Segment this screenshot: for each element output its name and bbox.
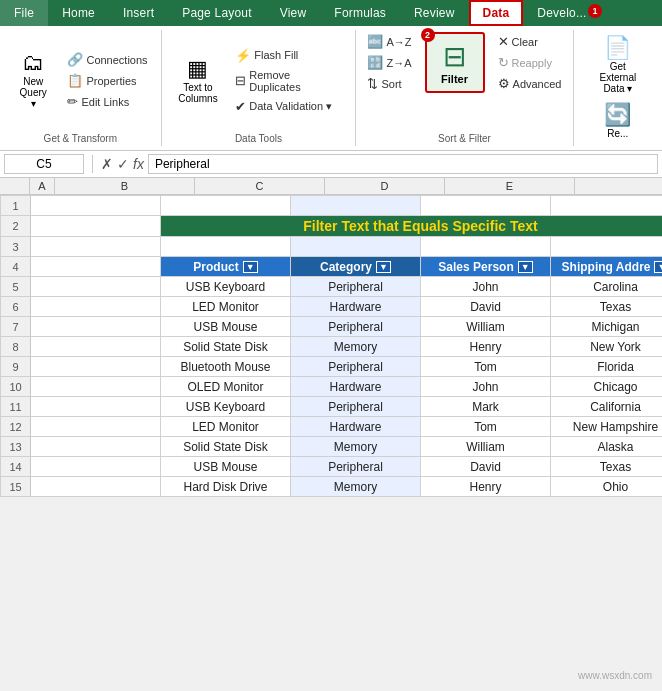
confirm-formula-icon[interactable]: ✓	[117, 156, 129, 172]
flash-fill-button[interactable]: ⚡ Flash Fill	[230, 46, 347, 65]
formula-input[interactable]	[148, 154, 658, 174]
cell-shipping-14[interactable]: Texas	[551, 457, 663, 477]
cell-a6[interactable]	[31, 297, 161, 317]
cell-category-9[interactable]: Peripheral	[291, 357, 421, 377]
cell-a14[interactable]	[31, 457, 161, 477]
cell-shipping-11[interactable]: California	[551, 397, 663, 417]
refresh-button[interactable]: 🔄 Re...	[593, 99, 643, 144]
cell-c1[interactable]	[291, 196, 421, 216]
cell-product-12[interactable]: LED Monitor	[161, 417, 291, 437]
cell-product-11[interactable]: USB Keyboard	[161, 397, 291, 417]
cell-sales-10[interactable]: John	[421, 377, 551, 397]
cell-a13[interactable]	[31, 437, 161, 457]
cell-a3[interactable]	[31, 237, 161, 257]
cell-b1[interactable]	[161, 196, 291, 216]
tab-data[interactable]: Data	[469, 0, 524, 26]
cell-a10[interactable]	[31, 377, 161, 397]
cell-a9[interactable]	[31, 357, 161, 377]
cell-e1[interactable]	[551, 196, 663, 216]
cell-category-6[interactable]: Hardware	[291, 297, 421, 317]
filter-button[interactable]: 2 ⊟ Filter	[425, 32, 485, 93]
cell-a11[interactable]	[31, 397, 161, 417]
cell-category-8[interactable]: Memory	[291, 337, 421, 357]
header-product[interactable]: Product ▼	[161, 257, 291, 277]
edit-links-button[interactable]: ✏ Edit Links	[62, 92, 152, 111]
tab-review[interactable]: Review	[400, 0, 469, 26]
cell-sales-12[interactable]: Tom	[421, 417, 551, 437]
cell-shipping-6[interactable]: Texas	[551, 297, 663, 317]
cell-shipping-5[interactable]: Carolina	[551, 277, 663, 297]
cell-a15[interactable]	[31, 477, 161, 497]
cell-category-12[interactable]: Hardware	[291, 417, 421, 437]
cell-category-11[interactable]: Peripheral	[291, 397, 421, 417]
product-dropdown[interactable]: ▼	[243, 261, 258, 273]
title-cell[interactable]: Filter Text that Equals Specific Text	[161, 216, 663, 237]
data-validation-button[interactable]: ✔ Data Validation ▾	[230, 97, 347, 116]
cell-sales-5[interactable]: John	[421, 277, 551, 297]
cell-sales-7[interactable]: William	[421, 317, 551, 337]
cell-b3[interactable]	[161, 237, 291, 257]
cell-product-14[interactable]: USB Mouse	[161, 457, 291, 477]
cell-sales-11[interactable]: Mark	[421, 397, 551, 417]
cell-sales-15[interactable]: Henry	[421, 477, 551, 497]
cancel-formula-icon[interactable]: ✗	[101, 156, 113, 172]
cell-product-13[interactable]: Solid State Disk	[161, 437, 291, 457]
insert-function-icon[interactable]: fx	[133, 156, 144, 172]
cell-category-10[interactable]: Hardware	[291, 377, 421, 397]
sort-za-button[interactable]: 🔡 Z→A	[362, 53, 416, 72]
cell-sales-6[interactable]: David	[421, 297, 551, 317]
cell-product-5[interactable]: USB Keyboard	[161, 277, 291, 297]
tab-formulas[interactable]: Formulas	[320, 0, 400, 26]
cell-a4[interactable]	[31, 257, 161, 277]
cell-shipping-8[interactable]: New York	[551, 337, 663, 357]
cell-category-5[interactable]: Peripheral	[291, 277, 421, 297]
remove-duplicates-button[interactable]: ⊟ Remove Duplicates	[230, 67, 347, 95]
cell-shipping-7[interactable]: Michigan	[551, 317, 663, 337]
shipping-dropdown[interactable]: ▼	[654, 261, 662, 273]
cell-shipping-13[interactable]: Alaska	[551, 437, 663, 457]
cell-sales-14[interactable]: David	[421, 457, 551, 477]
text-to-columns-button[interactable]: ▦ Text toColumns	[170, 53, 227, 109]
cell-product-10[interactable]: OLED Monitor	[161, 377, 291, 397]
cell-shipping-12[interactable]: New Hampshire	[551, 417, 663, 437]
tab-home[interactable]: Home	[48, 0, 109, 26]
cell-category-15[interactable]: Memory	[291, 477, 421, 497]
cell-a12[interactable]	[31, 417, 161, 437]
sort-az-button[interactable]: 🔤 A→Z	[362, 32, 416, 51]
cell-reference-input[interactable]	[4, 154, 84, 174]
cell-e3[interactable]	[551, 237, 663, 257]
cell-a7[interactable]	[31, 317, 161, 337]
cell-category-14[interactable]: Peripheral	[291, 457, 421, 477]
connections-button[interactable]: 🔗 Connections	[62, 50, 152, 69]
tab-file[interactable]: File	[0, 0, 48, 26]
header-sales-person[interactable]: Sales Person ▼	[421, 257, 551, 277]
cell-product-7[interactable]: USB Mouse	[161, 317, 291, 337]
new-query-button[interactable]: 🗂 NewQuery ▾	[8, 47, 58, 114]
cell-product-15[interactable]: Hard Disk Drive	[161, 477, 291, 497]
tab-insert[interactable]: Insert	[109, 0, 168, 26]
category-dropdown[interactable]: ▼	[376, 261, 391, 273]
get-external-data-button[interactable]: 📄 Get ExternalData ▾	[582, 32, 654, 99]
cell-product-9[interactable]: Bluetooth Mouse	[161, 357, 291, 377]
properties-button[interactable]: 📋 Properties	[62, 71, 152, 90]
sort-button[interactable]: ⇅ Sort	[362, 74, 416, 93]
cell-c3[interactable]	[291, 237, 421, 257]
sales-person-dropdown[interactable]: ▼	[518, 261, 533, 273]
cell-product-8[interactable]: Solid State Disk	[161, 337, 291, 357]
cell-sales-13[interactable]: William	[421, 437, 551, 457]
clear-button[interactable]: ✕ Clear	[493, 32, 567, 51]
cell-a2[interactable]	[31, 216, 161, 237]
tab-view[interactable]: View	[266, 0, 321, 26]
cell-a5[interactable]	[31, 277, 161, 297]
cell-product-6[interactable]: LED Monitor	[161, 297, 291, 317]
tab-page-layout[interactable]: Page Layout	[168, 0, 266, 26]
header-category[interactable]: Category ▼	[291, 257, 421, 277]
reapply-button[interactable]: ↻ Reapply	[493, 53, 567, 72]
cell-shipping-15[interactable]: Ohio	[551, 477, 663, 497]
cell-d3[interactable]	[421, 237, 551, 257]
cell-category-13[interactable]: Memory	[291, 437, 421, 457]
cell-sales-9[interactable]: Tom	[421, 357, 551, 377]
cell-d1[interactable]	[421, 196, 551, 216]
cell-a8[interactable]	[31, 337, 161, 357]
cell-shipping-10[interactable]: Chicago	[551, 377, 663, 397]
